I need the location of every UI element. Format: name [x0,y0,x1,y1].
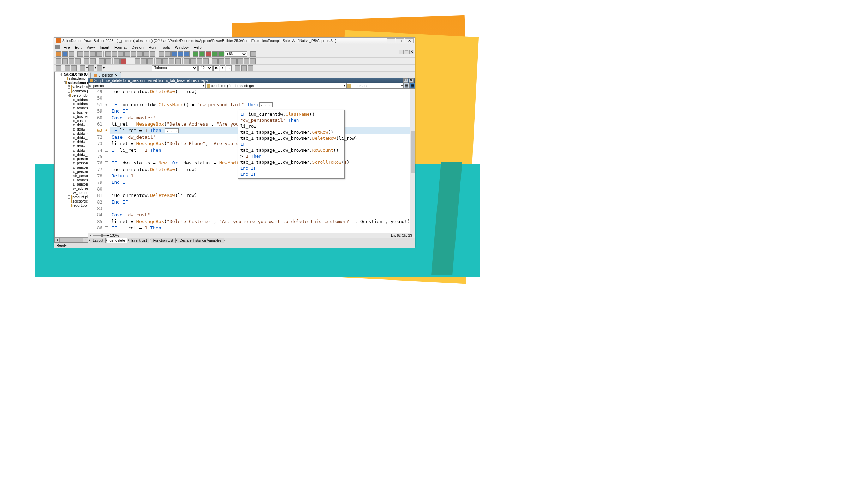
code-line[interactable]: iuo_currentdw.DeleteRow(li_row) [110,192,410,199]
close-button[interactable]: ✕ [405,38,414,43]
scroll-left-icon[interactable]: ‹ [55,237,60,242]
tool-button[interactable] [199,51,205,57]
menu-insert[interactable]: Insert [97,45,112,50]
tool-button[interactable] [69,58,74,64]
tool-button[interactable] [171,51,177,57]
align-left-button[interactable] [235,65,240,71]
tool-button[interactable] [56,58,61,64]
tree-item[interactable]: d_person [55,157,88,161]
tool-button[interactable] [197,58,202,64]
view-button-1[interactable]: ▤ [404,83,409,89]
debug-button[interactable] [218,51,224,57]
code-line[interactable] [110,205,410,212]
redo-button[interactable] [90,58,96,64]
tree-item[interactable]: d_address_filter [55,102,88,106]
menu-view[interactable]: View [84,45,97,50]
menu-format[interactable]: Format [112,45,129,50]
tool-button[interactable] [71,65,77,71]
system-menu-icon[interactable] [55,45,60,49]
tool-button[interactable] [147,58,153,64]
tool-button[interactable] [65,65,70,71]
tool-button[interactable] [250,51,256,57]
tool-button[interactable] [88,65,94,71]
tool-button[interactable] [84,51,89,57]
tool-button[interactable] [137,51,143,57]
code-line[interactable]: IF li_ret = 1 Then [110,225,410,231]
tool-button[interactable] [162,58,168,64]
tool-button[interactable] [244,58,249,64]
child-restore-button[interactable]: ❐ [404,50,409,54]
tree-item[interactable]: d_dddw_store [55,148,88,152]
font-size-select[interactable]: 12 [198,65,213,71]
expand-icon[interactable]: + [68,90,70,93]
tool-button[interactable] [131,51,136,57]
tree-item[interactable]: d_businessentity [55,110,88,114]
tree-hscroll[interactable]: ‹ › [55,237,88,242]
menu-edit[interactable]: Edit [72,45,84,50]
tool-button[interactable] [156,58,162,64]
menu-tools[interactable]: Tools [158,45,172,50]
event-combo[interactable]: ue_delete ( ) returns integer ▾ [206,83,346,89]
fold-icon[interactable]: - [105,226,108,229]
menu-window[interactable]: Window [172,45,191,50]
fold-icon[interactable]: - [105,161,108,164]
code-line[interactable]: End IF [110,179,410,186]
tree-item[interactable]: d_person_filter [55,161,88,165]
tool-button[interactable] [143,51,149,57]
code-line[interactable]: IF ldws_status = New! Or ldws_status = N… [110,231,410,233]
zoom-in-icon[interactable]: + [107,234,109,237]
fold-ellipsis[interactable]: . . . [259,102,273,107]
tool-button[interactable] [184,58,190,64]
font-name-select[interactable]: Tahoma [152,65,198,71]
tree-item[interactable]: -salesdemo (C:\Users\Public\Documents\Ap… [55,80,88,85]
minimize-button[interactable]: — [387,38,395,43]
tool-button[interactable] [206,51,211,57]
bottom-tab-event-list[interactable]: Event List [129,238,149,243]
tree-item[interactable]: d_address [55,97,88,102]
tool-button[interactable] [75,58,81,64]
tree-item[interactable]: d_address_free [55,106,88,110]
tree-item[interactable]: +salesorder.pbl (C:\Users\Public\Documen… [55,199,88,203]
object-combo[interactable]: u_person ▾ [88,83,206,89]
bottom-tab-layout[interactable]: Layout [90,238,106,243]
tree-item[interactable]: d_businessentityaddress [55,114,88,119]
tree-item[interactable]: str_person_parm [55,174,88,178]
maximize-button[interactable]: □ [396,38,404,43]
fold-ellipsis[interactable]: . . . [165,128,178,133]
tool-button[interactable] [118,51,124,57]
expand-icon[interactable]: + [68,85,70,89]
italic-button[interactable]: I [220,65,225,71]
underline-button[interactable]: U [226,65,232,71]
tool-button[interactable] [165,51,171,57]
tree-item[interactable]: d_person_list [55,165,88,169]
tool-button[interactable] [90,51,96,57]
tool-button[interactable] [218,58,224,64]
tool-button[interactable] [56,65,61,71]
menu-design[interactable]: Design [129,45,146,50]
tree-item[interactable]: d_dddw_territory [55,152,88,157]
tool-button[interactable] [193,51,198,57]
vscroll[interactable] [410,89,415,233]
vscroll-thumb[interactable] [411,131,415,173]
code-line[interactable]: IF iuo_currentdw.ClassName() = "dw_perso… [110,102,410,108]
fold-icon[interactable]: - [105,149,108,152]
code-line[interactable] [110,186,410,192]
ancestor-combo[interactable]: u_person ▾ [346,83,404,89]
tree-item[interactable]: d_customer [55,119,88,123]
close-button[interactable]: ✕ [409,78,414,83]
tab-u-person[interactable]: u_person ✕ [90,72,121,78]
tool-button[interactable] [150,51,155,57]
tool-button[interactable] [190,58,196,64]
view-button-2[interactable]: ▦ [409,83,415,89]
tree-item[interactable]: +salesdemo_restful (C:\Users\Public\Docu… [55,76,88,80]
tree-item[interactable]: +salesdemo.pbl (C:\Users\Public\Document… [55,85,88,89]
tool-button[interactable] [225,58,230,64]
bottom-tab-function-list[interactable]: Function List [151,238,176,243]
code-line[interactable]: Case "dw_cust" [110,212,410,218]
run-button[interactable] [212,51,218,57]
tool-button[interactable] [237,58,243,64]
undo-button[interactable] [84,58,89,64]
tool-button[interactable] [96,51,102,57]
tool-button[interactable] [112,51,117,57]
tool-button[interactable] [114,58,120,64]
